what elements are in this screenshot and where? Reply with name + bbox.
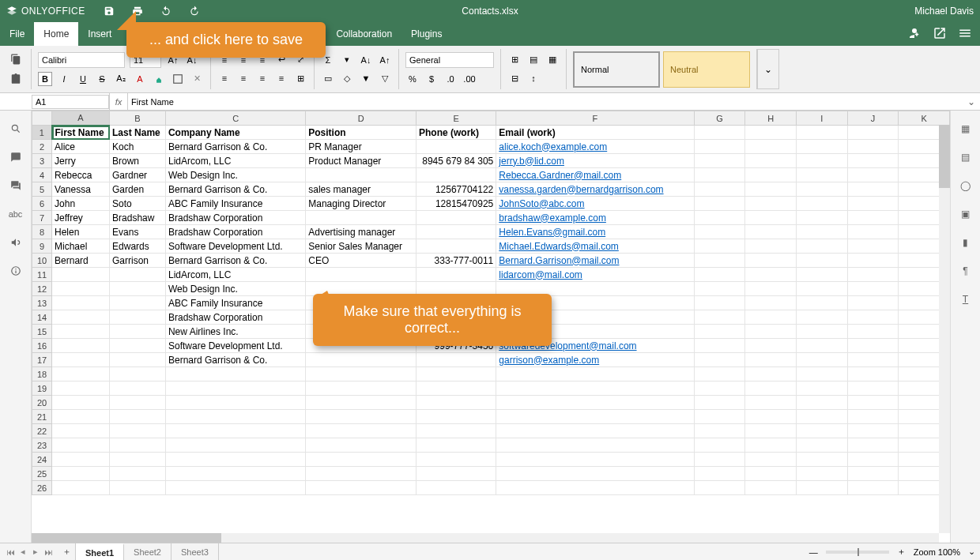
cell[interactable]: Jerry [52, 154, 110, 168]
filter-icon[interactable]: ▼ [359, 71, 373, 85]
row-header-11[interactable]: 11 [32, 268, 52, 282]
cell[interactable]: LidArcom, LLC [165, 268, 305, 282]
cell[interactable] [110, 467, 166, 481]
cell[interactable]: JohnSoto@abc.com [496, 197, 694, 211]
cell[interactable] [847, 481, 899, 495]
tab-home[interactable]: Home [34, 22, 78, 46]
cell[interactable]: Garden [110, 182, 166, 197]
cell[interactable] [796, 211, 847, 225]
cell[interactable] [416, 140, 496, 154]
cell[interactable] [52, 339, 110, 353]
cell[interactable] [694, 225, 745, 239]
cell[interactable] [796, 481, 847, 495]
row-header-2[interactable]: 2 [32, 140, 52, 154]
cell[interactable] [847, 225, 899, 239]
cell[interactable] [847, 353, 899, 367]
cell[interactable] [416, 424, 496, 438]
cell[interactable] [796, 396, 847, 410]
cell[interactable]: Bernard [52, 254, 110, 268]
cell[interactable] [110, 424, 166, 438]
cell[interactable] [796, 339, 847, 353]
col-header-A[interactable]: A [52, 111, 110, 126]
cell[interactable] [306, 353, 416, 367]
cell[interactable]: Bradshaw Corporation [165, 211, 305, 225]
cell[interactable] [306, 424, 416, 438]
cell[interactable] [110, 296, 166, 310]
cell[interactable]: Software Development Ltd. [165, 339, 305, 353]
cell[interactable] [796, 239, 847, 254]
cell[interactable] [416, 239, 496, 254]
cell[interactable] [694, 197, 745, 211]
cell[interactable] [416, 211, 496, 225]
cell[interactable] [694, 381, 745, 396]
cell-style-normal[interactable]: Normal [573, 51, 660, 88]
cell[interactable] [496, 396, 694, 410]
cell[interactable]: Bradshaw Corporation [165, 225, 305, 239]
row-header-26[interactable]: 26 [32, 481, 52, 495]
open-location-icon[interactable] [933, 26, 947, 43]
spellcheck-icon[interactable]: abc [9, 207, 23, 221]
cell[interactable] [847, 396, 899, 410]
cell[interactable] [847, 140, 899, 154]
cell[interactable]: sales manager [306, 182, 416, 197]
cell[interactable] [52, 367, 110, 381]
cell[interactable] [52, 424, 110, 438]
cell[interactable] [796, 381, 847, 396]
sheet-nav-first-icon[interactable]: ⏮ [5, 547, 16, 558]
sort-asc-icon[interactable]: A↓ [359, 53, 373, 67]
cell[interactable] [110, 325, 166, 339]
cell[interactable] [110, 310, 166, 325]
cell[interactable] [847, 168, 899, 182]
cell[interactable] [165, 424, 305, 438]
row-header-22[interactable]: 22 [32, 424, 52, 438]
email-link[interactable]: Bernard.Garrison@mail.com [499, 255, 619, 266]
zoom-out-icon[interactable]: — [809, 547, 818, 557]
cell[interactable] [745, 268, 797, 282]
chat-icon[interactable] [9, 179, 23, 193]
cell[interactable]: Advertising manager [306, 225, 416, 239]
cell[interactable] [745, 239, 797, 254]
col-header-B[interactable]: B [110, 111, 166, 126]
cell[interactable] [52, 453, 110, 467]
cell[interactable] [796, 424, 847, 438]
cell[interactable] [52, 438, 110, 453]
cell[interactable] [694, 339, 745, 353]
conditional-format-icon[interactable]: ▤ [526, 53, 541, 67]
cell[interactable] [847, 182, 899, 197]
cell[interactable] [694, 396, 745, 410]
row-header-17[interactable]: 17 [32, 353, 52, 367]
cell[interactable] [745, 481, 797, 495]
cell[interactable]: Jeffrey [52, 211, 110, 225]
cell[interactable] [694, 367, 745, 381]
cell[interactable] [165, 410, 305, 424]
cell[interactable] [496, 467, 694, 481]
table-settings-icon[interactable]: ▤ [959, 150, 973, 164]
cell[interactable]: Koch [110, 140, 166, 154]
row-header-5[interactable]: 5 [32, 182, 52, 197]
cell[interactable] [306, 438, 416, 453]
cell[interactable] [847, 211, 899, 225]
cell[interactable] [306, 268, 416, 282]
cell[interactable] [847, 154, 899, 168]
clear-format-button[interactable]: ✕ [190, 72, 204, 86]
cell[interactable]: Software Development Ltd. [165, 239, 305, 254]
horizontal-scrollbar[interactable] [32, 533, 939, 543]
cell[interactable] [694, 325, 745, 339]
cell[interactable] [694, 282, 745, 296]
row-header-24[interactable]: 24 [32, 453, 52, 467]
name-box-input[interactable] [32, 95, 109, 109]
cell[interactable]: Web Design Inc. [165, 168, 305, 182]
cell[interactable] [694, 254, 745, 268]
cell[interactable] [52, 396, 110, 410]
named-range-icon[interactable]: ▭ [321, 71, 335, 85]
row-header-23[interactable]: 23 [32, 438, 52, 453]
zoom-label[interactable]: Zoom 100% [914, 547, 960, 557]
row-header-6[interactable]: 6 [32, 197, 52, 211]
cell[interactable]: Bernard Garrison & Co. [165, 182, 305, 197]
cell[interactable]: Managing Director [306, 197, 416, 211]
cell[interactable]: Bernard.Garrison@mail.com [496, 254, 694, 268]
cell[interactable] [796, 410, 847, 424]
cell[interactable] [745, 254, 797, 268]
cell[interactable] [745, 339, 797, 353]
styles-more-icon[interactable]: ⌄ [757, 49, 779, 89]
